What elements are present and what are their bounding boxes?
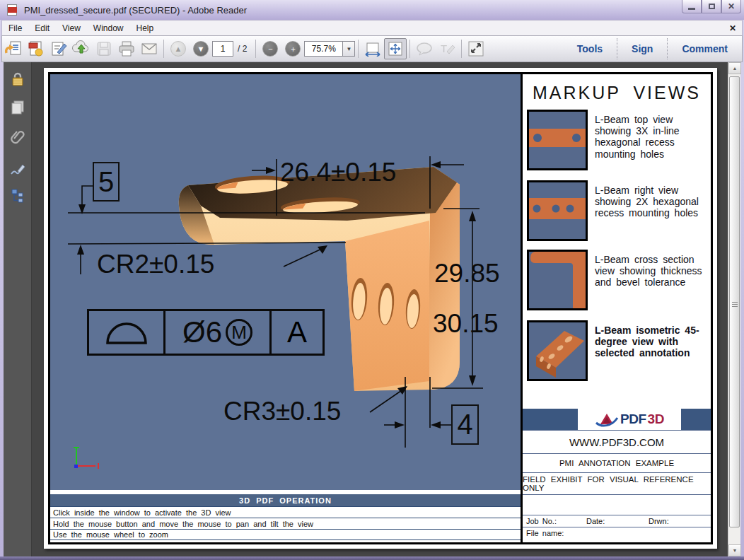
top-radius-dimension: CR2±0.15 xyxy=(97,251,214,277)
window-title: PMI_dressed_secure.pdf (SECURED) - Adobe… xyxy=(24,5,247,16)
page-number-input[interactable] xyxy=(212,41,233,57)
toolbar-separator xyxy=(358,40,359,58)
app-window: PMI_dressed_secure.pdf (SECURED) - Adobe… xyxy=(0,0,744,560)
isometric-view-thumbnail[interactable] xyxy=(527,320,588,381)
close-icon: ✕ xyxy=(728,1,735,11)
zoom-out-button[interactable]: − xyxy=(259,38,281,59)
logo-text-3d: 3D xyxy=(648,412,664,427)
comment-bubble-button[interactable] xyxy=(413,38,436,59)
restore-button[interactable] xyxy=(702,0,721,13)
height-lower-dimension: 30.15 xyxy=(433,310,499,337)
fcf-tolerance-value: Ø6 xyxy=(182,315,222,349)
scroll-down-button[interactable]: ▼ xyxy=(728,544,741,556)
logo-band: PDF3D xyxy=(523,409,711,430)
markup-view-caption: L-Beam top view showing 3X in-line hexag… xyxy=(595,114,708,160)
zoom-level-value[interactable]: 75.7% xyxy=(304,41,342,57)
markup-view-item[interactable]: L-Beam isometric 45-degree view with sel… xyxy=(527,320,708,383)
menu-window[interactable]: Window xyxy=(87,21,130,35)
note-label: FIELD EXHIBIT FOR VISUAL REFERENCE ONLY xyxy=(523,472,711,494)
toolbar-separator xyxy=(255,40,256,58)
document-workspace: 26.4±0.15 5 CR2±0.15 29.85 30.15 CR3±0.1… xyxy=(4,62,740,556)
width-dimension: 26.4±0.15 xyxy=(280,159,396,185)
fcf-tolerance-cell: Ø6M xyxy=(165,311,272,354)
previous-page-icon: ▲ xyxy=(170,41,186,57)
fullscreen-button[interactable] xyxy=(465,38,487,59)
signatures-icon[interactable] xyxy=(9,161,26,178)
page-thumbnails-icon[interactable] xyxy=(9,99,26,116)
sign-button[interactable]: Sign xyxy=(617,43,667,54)
operation-line: Click inside the window to activate the … xyxy=(50,506,521,518)
next-page-button[interactable]: ▼ xyxy=(190,38,212,59)
zoom-dropdown-button[interactable]: ▼ xyxy=(342,41,355,57)
pdf-page: 26.4±0.15 5 CR2±0.15 29.85 30.15 CR3±0.1… xyxy=(44,68,717,549)
scroll-up-button[interactable]: ▲ xyxy=(728,62,741,74)
text-callout-button[interactable]: T xyxy=(436,38,458,59)
title-block: PDF3D WWW.PDF3D.COM PMI ANNOTATION EXAMP… xyxy=(523,409,711,542)
cross-section-thumbnail[interactable] xyxy=(527,250,588,310)
layers-icon[interactable] xyxy=(9,187,26,204)
right-view-thumbnail[interactable] xyxy=(527,180,588,241)
email-button[interactable] xyxy=(138,38,161,59)
cloud-upload-button[interactable] xyxy=(70,38,93,59)
save-icon xyxy=(95,40,113,57)
fit-width-button[interactable] xyxy=(361,38,384,59)
window-bottom-border xyxy=(0,556,744,560)
website-label: WWW.PDF3D.COM xyxy=(523,430,711,453)
file-name-label: File name: xyxy=(523,529,564,537)
fcf-datum-cell: A xyxy=(272,311,322,354)
chevron-down-icon: ▼ xyxy=(733,548,738,553)
navigation-pane xyxy=(4,62,32,556)
menu-view[interactable]: View xyxy=(56,21,87,35)
markup-view-item[interactable]: L-Beam cross section view showing thickn… xyxy=(527,250,708,312)
title-bar[interactable]: PMI_dressed_secure.pdf (SECURED) - Adobe… xyxy=(0,0,744,20)
cloud-upload-icon xyxy=(72,40,91,57)
3d-viewport[interactable]: 26.4±0.15 5 CR2±0.15 29.85 30.15 CR3±0.1… xyxy=(50,74,521,490)
print-icon xyxy=(117,40,136,57)
sign-document-button[interactable] xyxy=(47,38,70,59)
drawn-label: Drwn: xyxy=(649,517,669,525)
scrollbar-thumb[interactable] xyxy=(729,76,740,527)
fullscreen-icon xyxy=(467,40,485,57)
comment-button[interactable]: Comment xyxy=(668,43,742,54)
page-total-label: / 2 xyxy=(238,44,247,54)
previous-page-button[interactable]: ▲ xyxy=(167,38,190,59)
pdf3d-logo-icon xyxy=(595,411,619,428)
date-label: Date: xyxy=(586,517,649,525)
restore-icon xyxy=(709,4,715,9)
security-lock-icon[interactable] xyxy=(9,71,26,88)
fit-page-icon xyxy=(387,41,404,57)
logo-text-pdf: PDF xyxy=(620,412,646,427)
operation-panel: 3D PDF OPERATION Click inside the window… xyxy=(50,494,521,540)
open-button[interactable] xyxy=(2,38,25,59)
close-document-icon[interactable]: ✕ xyxy=(729,23,736,33)
tools-button[interactable]: Tools xyxy=(563,43,617,54)
menu-edit[interactable]: Edit xyxy=(28,21,56,35)
menu-help[interactable]: Help xyxy=(130,21,161,35)
height-upper-dimension: 29.85 xyxy=(434,260,500,286)
toolbar-separator xyxy=(461,40,462,58)
fit-page-button[interactable] xyxy=(384,38,407,59)
vertical-scrollbar[interactable]: ▲ ▼ xyxy=(728,62,740,556)
top-view-thumbnail[interactable] xyxy=(527,110,588,170)
save-button[interactable] xyxy=(93,38,115,59)
operation-line: Hold the mouse button and move the mouse… xyxy=(50,518,521,529)
subtitle-label: PMI ANNOTATION EXAMPLE xyxy=(523,453,711,472)
create-pdf-button[interactable] xyxy=(25,38,47,59)
print-button[interactable] xyxy=(115,38,138,59)
markup-views-title: MARKUP VIEWS xyxy=(523,83,711,103)
sign-document-icon xyxy=(50,40,68,57)
bottom-radius-dimension: CR3±0.15 xyxy=(223,398,341,424)
zoom-out-icon: − xyxy=(262,41,278,57)
close-button[interactable]: ✕ xyxy=(721,0,741,13)
zoom-in-button[interactable]: ＋ xyxy=(281,38,304,59)
orientation-axes-icon xyxy=(74,448,98,469)
svg-text:T: T xyxy=(441,42,447,54)
scrollbar-grip xyxy=(732,302,738,308)
toolbar-separator xyxy=(409,40,410,58)
minimize-button[interactable] xyxy=(682,0,702,13)
attachments-icon[interactable] xyxy=(9,129,26,146)
fit-width-icon xyxy=(364,41,381,57)
markup-view-item[interactable]: L-Beam right view showing 2X hexagonal r… xyxy=(527,180,708,243)
markup-view-item[interactable]: L-Beam top view showing 3X in-line hexag… xyxy=(527,110,708,172)
menu-file[interactable]: File xyxy=(2,21,28,35)
